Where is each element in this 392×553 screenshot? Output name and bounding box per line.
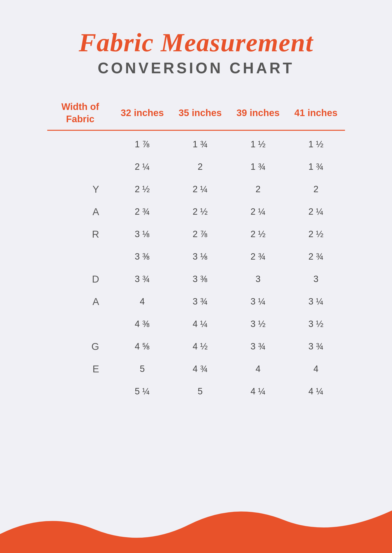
row-label: D — [47, 274, 113, 285]
row-label: A — [47, 206, 113, 218]
cell-41: 2 ½ — [287, 227, 345, 242]
table-row: 2 ¼ 2 1 ¾ 1 ¾ — [47, 156, 345, 178]
cell-39: 2 ¾ — [229, 249, 287, 264]
row-label: A — [47, 296, 113, 307]
cell-41: 2 ¾ — [287, 249, 345, 264]
cell-35: 3 ¾ — [171, 294, 229, 309]
cell-35: 4 ¼ — [171, 317, 229, 332]
column-header-39: 39 inches — [229, 107, 287, 118]
chart-container: Width ofFabric 32 inches 35 inches 39 in… — [42, 100, 350, 403]
cell-39: 2 ½ — [229, 227, 287, 242]
table-row: E 5 4 ¾ 4 4 — [47, 358, 345, 380]
table-row: A 2 ¾ 2 ½ 2 ¼ 2 ¼ — [47, 200, 345, 223]
cell-32: 3 ¾ — [113, 272, 171, 287]
cell-32: 4 ⅜ — [113, 317, 171, 332]
cell-32: 4 — [113, 294, 171, 309]
chart-header: Width ofFabric 32 inches 35 inches 39 in… — [47, 100, 345, 130]
row-label: R — [47, 229, 113, 240]
table-row: A 4 3 ¾ 3 ¼ 3 ¼ — [47, 290, 345, 313]
table-row: R 3 ⅛ 2 ⅞ 2 ½ 2 ½ — [47, 223, 345, 245]
cell-39: 4 — [229, 362, 287, 376]
cell-41: 3 ¾ — [287, 339, 345, 354]
cell-39: 3 ¼ — [229, 294, 287, 309]
table-row: 4 ⅜ 4 ¼ 3 ½ 3 ½ — [47, 313, 345, 335]
table-row: Y 2 ½ 2 ¼ 2 2 — [47, 178, 345, 200]
cell-39: 1 ¾ — [229, 159, 287, 174]
cell-35: 4 ¾ — [171, 362, 229, 376]
table-row: 1 ⅞ 1 ¾ 1 ½ 1 ½ — [47, 133, 345, 156]
cell-32: 2 ¾ — [113, 204, 171, 219]
page-title-cursive: Fabric Measurement — [0, 28, 392, 57]
cell-41: 2 — [287, 182, 345, 197]
cell-39: 3 ¾ — [229, 339, 287, 354]
cell-39: 3 ½ — [229, 317, 287, 332]
cell-32: 2 ¼ — [113, 159, 171, 174]
header: Fabric Measurement CONVERSION CHART — [0, 0, 392, 91]
column-header-41: 41 inches — [287, 107, 345, 118]
row-label: Y — [47, 184, 113, 195]
cell-35: 3 ⅜ — [171, 272, 229, 287]
cell-32: 1 ⅞ — [113, 137, 171, 152]
cell-32: 4 ⅝ — [113, 339, 171, 354]
row-label: G — [47, 341, 113, 352]
column-header-35: 35 inches — [171, 107, 229, 118]
cell-41: 3 ¼ — [287, 294, 345, 309]
cell-35: 2 ¼ — [171, 182, 229, 197]
cell-32: 3 ⅜ — [113, 249, 171, 264]
table-row: 3 ⅜ 3 ⅛ 2 ¾ 2 ¾ — [47, 245, 345, 268]
cell-41: 2 ¼ — [287, 204, 345, 219]
cell-39: 2 ¼ — [229, 204, 287, 219]
cell-41: 1 ¾ — [287, 159, 345, 174]
cell-41: 4 ¼ — [287, 384, 345, 399]
page: Fabric Measurement CONVERSION CHART Widt… — [0, 0, 392, 553]
cell-39: 3 — [229, 272, 287, 287]
column-header-32: 32 inches — [113, 107, 171, 118]
cell-35: 1 ¾ — [171, 137, 229, 152]
cell-41: 1 ½ — [287, 137, 345, 152]
cell-39: 1 ½ — [229, 137, 287, 152]
table-row: D 3 ¾ 3 ⅜ 3 3 — [47, 268, 345, 290]
table-row: 5 ¼ 5 4 ¼ 4 ¼ — [47, 380, 345, 403]
cell-41: 3 — [287, 272, 345, 287]
cell-32: 3 ⅛ — [113, 227, 171, 242]
column-header-fabric: Width ofFabric — [47, 100, 113, 125]
cell-32: 5 — [113, 362, 171, 376]
cell-39: 4 ¼ — [229, 384, 287, 399]
cell-35: 3 ⅛ — [171, 249, 229, 264]
cell-32: 2 ½ — [113, 182, 171, 197]
wave-decoration — [0, 487, 392, 553]
cell-35: 4 ½ — [171, 339, 229, 354]
cell-35: 2 — [171, 159, 229, 174]
header-divider — [47, 130, 345, 131]
row-label: E — [47, 363, 113, 375]
cell-41: 4 — [287, 362, 345, 376]
cell-35: 5 — [171, 384, 229, 399]
cell-35: 2 ½ — [171, 204, 229, 219]
page-title-subtitle: CONVERSION CHART — [0, 59, 392, 77]
table-row: G 4 ⅝ 4 ½ 3 ¾ 3 ¾ — [47, 335, 345, 358]
cell-32: 5 ¼ — [113, 384, 171, 399]
table-body: 1 ⅞ 1 ¾ 1 ½ 1 ½ 2 ¼ 2 1 ¾ 1 ¾ Y 2 ½ 2 ¼ … — [47, 133, 345, 403]
cell-41: 3 ½ — [287, 317, 345, 332]
cell-39: 2 — [229, 182, 287, 197]
cell-35: 2 ⅞ — [171, 227, 229, 242]
